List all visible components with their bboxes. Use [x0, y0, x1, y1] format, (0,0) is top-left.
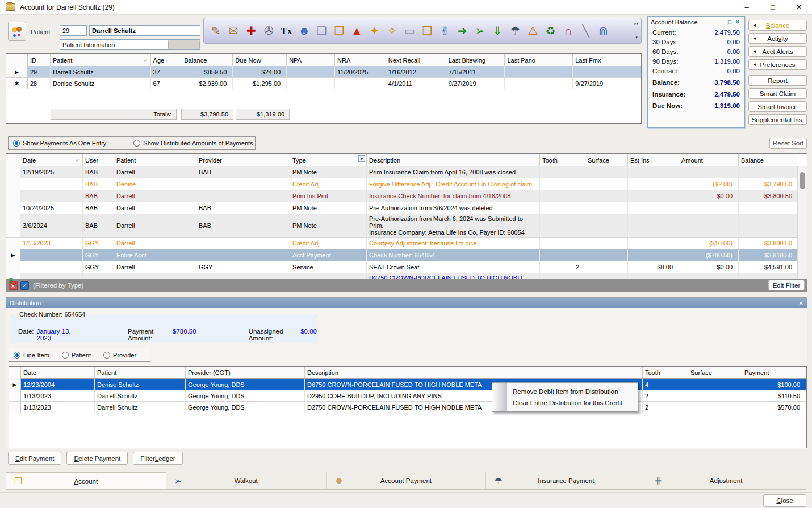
walkout-tab[interactable]: ➢Walkout [166, 472, 327, 489]
supplemental-ins-button[interactable]: Supplemental Ins. [748, 114, 807, 125]
column-header-surface[interactable]: Surface [585, 154, 628, 166]
column-header-user[interactable]: User [83, 154, 114, 166]
report-button[interactable]: Report [748, 75, 807, 86]
treatment-plan-icon[interactable]: Tx [278, 20, 295, 41]
column-header-date[interactable]: Date [21, 367, 95, 379]
minimize-button[interactable]: – [734, 0, 760, 15]
filter-checkbox[interactable]: ✓ [20, 281, 29, 290]
column-header-tooth[interactable]: Tooth [540, 154, 585, 166]
table-row[interactable]: 1/13/2023Darrell SchultzGeorge Young, DD… [9, 390, 806, 402]
column-header-patient[interactable]: Patient [114, 154, 196, 166]
column-header-balance[interactable]: Balance [739, 154, 798, 166]
column-header-tooth[interactable]: Tooth [643, 367, 688, 379]
column-header-id[interactable]: ID [28, 54, 51, 66]
import-payment-icon[interactable]: ⇓ [489, 20, 507, 41]
alert-claim-icon[interactable]: ⚠ [524, 20, 542, 41]
edit-payment-button[interactable]: Edit Payment [8, 452, 61, 465]
column-header-date[interactable]: Date▽ [20, 154, 83, 166]
smart-claim-button[interactable]: Smart Claim [748, 88, 807, 99]
close-button[interactable]: Close [763, 494, 806, 507]
distribution-close-icon[interactable]: ✕ [799, 300, 803, 306]
column-header-balance[interactable]: Balance [182, 54, 233, 66]
column-header-description[interactable]: Description [367, 154, 540, 166]
acct-alerts-button[interactable]: ◄Acct Alerts [748, 46, 807, 57]
type-filter-icon[interactable]: ▼ [358, 155, 365, 162]
column-header-type[interactable]: Type▼ [290, 154, 367, 166]
popup-family-icon[interactable]: ✧ [383, 20, 401, 41]
table-row[interactable]: BABDeniseCredit AdjForgive Difference Ad… [6, 178, 807, 190]
balance-panel-close-icon[interactable]: ✕ [734, 19, 742, 25]
toolbar-overflow-button[interactable]: ▸▸▾ [633, 20, 640, 41]
table-row[interactable]: GGYDarrellGGYServiceSEAT Crown Seat2$0.0… [6, 261, 807, 273]
adjustment-tab[interactable]: ⋕Adjustment [646, 472, 806, 489]
table-row[interactable]: ✱28Denise Schultz67$2,939.00$1,295.004/1… [6, 78, 641, 89]
column-header-est-ins[interactable]: Est Ins [628, 154, 679, 166]
unsent-claims-icon[interactable]: ▭ [401, 20, 418, 41]
patient-information-dropdown[interactable]: Patient Information [60, 39, 200, 50]
column-header-surface[interactable]: Surface [688, 367, 742, 379]
column-header-due-now[interactable]: Due Now [233, 54, 287, 66]
column-header-patient[interactable]: Patient▽ [51, 54, 151, 66]
table-row[interactable]: ▶29Darrell Schultz37$859.50$24.0011/20/2… [6, 66, 641, 78]
table-row[interactable]: BABDarrellPrim Ins PmtInsurance Check Nu… [6, 190, 807, 202]
column-header-description[interactable]: Description [305, 367, 643, 379]
column-header-provider-cgt-[interactable]: Provider (CGT) [186, 367, 305, 379]
column-header-amount[interactable]: Amount [679, 154, 739, 166]
lab-case-icon[interactable]: ▲ [348, 20, 366, 41]
perio-probe-icon[interactable]: ╲ [577, 20, 595, 41]
popup-patient-icon[interactable]: ✦ [366, 20, 383, 41]
radio-show-payments-as-one-entry[interactable]: Show Payments As One Entry [13, 140, 106, 147]
close-window-button[interactable]: ✕ [786, 0, 812, 15]
referral-icon[interactable]: ✌ [436, 20, 454, 41]
account-payment-tab[interactable]: ☻Account Payment [327, 472, 487, 489]
edit-filter-button[interactable]: Edit Filter [768, 280, 805, 290]
patient-folder-icon[interactable]: ❒ [418, 20, 436, 41]
radio-patient[interactable]: Patient [62, 352, 91, 359]
outstanding-claims-icon[interactable]: ➢ [471, 20, 489, 41]
column-header-patient[interactable]: Patient [95, 367, 186, 379]
dropdown-button[interactable] [168, 40, 200, 49]
print-icon[interactable]: ✇ [260, 20, 278, 41]
column-header-provider[interactable]: Provider [196, 154, 290, 166]
account-tab[interactable]: ❒Account [6, 472, 166, 489]
send-claim-icon[interactable]: ➔ [454, 20, 471, 41]
table-row[interactable]: 1/13/2023Darrell SchultzGeorge Young, DD… [9, 402, 806, 413]
patient-name-field[interactable]: Darrell Schultz [89, 25, 200, 36]
edit-patient-icon[interactable]: ✎ [207, 20, 225, 41]
family-module-icon[interactable]: ☻ [295, 20, 313, 41]
commlog-icon[interactable]: ✉ [225, 20, 242, 41]
column-header-last-pano[interactable]: Last Pano [505, 54, 573, 66]
ledger-scrollbar[interactable] [797, 166, 807, 279]
column-header-last-fmx[interactable]: Last Fmx [573, 54, 641, 66]
column-header-age[interactable]: Age [151, 54, 182, 66]
table-row[interactable]: 3/6/2024BABDarrellBABPM NotePre-Authoriz… [6, 214, 807, 238]
table-row[interactable]: ▶GGYEntire AcctAcct PaymentCheck Number:… [6, 249, 807, 261]
tooth-chart-icon[interactable]: ∩ [559, 20, 577, 41]
imaging-icon[interactable]: ❏ [313, 20, 330, 41]
print-claims-icon[interactable]: ♻ [542, 20, 559, 41]
radio-line-item[interactable]: Line-Item [14, 352, 49, 359]
balance-button[interactable]: ◄Balance [748, 20, 807, 31]
context-menu-item[interactable]: Clear Entire Distribution for this Credi… [507, 397, 638, 409]
insurance-payment-tab[interactable]: ☂Insurance Payment [486, 472, 646, 489]
scrollbar-thumb[interactable] [800, 172, 805, 189]
radio-provider[interactable]: Provider [103, 352, 136, 359]
smart-invoice-button[interactable]: Smart Invoice [748, 101, 807, 112]
column-header-payment[interactable]: Payment [742, 367, 806, 379]
radio-show-distributed-amounts-of-payments[interactable]: Show Distributed Amounts of Payments [133, 140, 253, 147]
filter-ledger-button[interactable]: Filter Ledger [133, 452, 182, 465]
audit-folder-icon[interactable]: ❐ [330, 20, 348, 41]
column-header-nra[interactable]: NRA [335, 54, 386, 66]
insurance-plan-icon[interactable]: ☂ [507, 20, 524, 41]
table-row[interactable]: 1/13/2023GGYDarrellCredit AdjCourtesy Ad… [6, 238, 807, 249]
activity-button[interactable]: ◄Activity [748, 33, 807, 44]
delete-payment-button[interactable]: Delete Payment [66, 452, 128, 465]
table-row[interactable]: 12/19/2025BABDarrellBABPM NotePrim Insur… [6, 166, 807, 178]
balance-panel-minimize-icon[interactable]: □ [726, 19, 734, 25]
ortho-icon[interactable]: ⋒ [595, 20, 612, 41]
column-header-npa[interactable]: NPA [287, 54, 335, 66]
patient-id-field[interactable]: 29 [60, 25, 87, 36]
medical-icon[interactable]: ✚ [242, 20, 260, 41]
preferences-button[interactable]: ◄Preferences [748, 59, 807, 70]
table-row[interactable]: 10/24/2025BABDarrellBABPM NotePre-Author… [6, 202, 807, 214]
